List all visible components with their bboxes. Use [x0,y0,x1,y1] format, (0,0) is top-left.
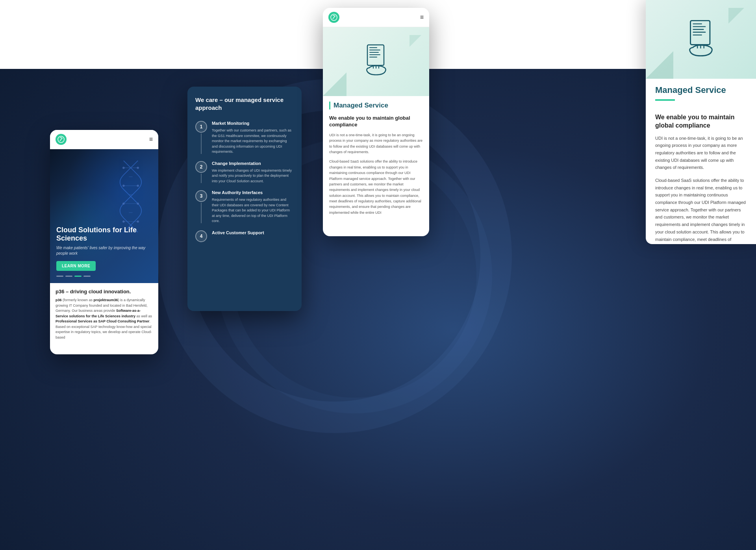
svg-point-8 [122,167,124,169]
step-4: 4 Active Customer Support [195,230,294,242]
svg-rect-19 [369,50,380,50]
phone-right-para-2: Cloud-based SaaS solutions offer the abi… [329,159,423,215]
svg-point-11 [137,185,139,187]
managed-service-label: Managed Service [334,102,423,109]
large-managed-service-icon [683,20,719,59]
step-2-content: Change Implementation We implement chang… [212,161,294,184]
svg-rect-18 [369,47,377,48]
step-3-heading: New Authority Interfaces [212,190,294,195]
phone-right-logo [328,12,339,23]
phone-right-section-heading: We enable you to maintain global complia… [329,115,423,128]
phone-left: ≡ [50,130,158,354]
connector-2 [201,174,202,183]
svg-point-14 [122,220,124,222]
step-4-col: 4 [195,230,207,242]
svg-point-13 [137,202,139,204]
dot-2 [65,276,72,277]
document-hand-icon [361,44,391,79]
step-3: 3 New Authority Interfaces Requirements … [195,190,294,224]
managed-service-label-container: Managed Service [329,102,423,109]
svg-rect-20 [369,52,379,53]
dot-4 [83,276,91,277]
step-1-col: 1 [195,121,207,155]
phone-right-hero [323,27,429,96]
large-triangle-right [728,8,744,24]
step-4-content: Active Customer Support [212,230,264,242]
large-para-1: UDI is not a one-time-task, it is going … [655,135,747,171]
svg-rect-28 [693,26,706,27]
svg-point-9 [137,167,139,169]
step-1-number: 1 [195,121,207,133]
large-right-content: We enable you to maintain global complia… [646,107,756,244]
step-3-number: 3 [195,190,207,202]
step-1-text: Together with our customers and partners… [212,128,294,155]
learn-more-button[interactable]: LEARN MORE [56,261,96,271]
phone-hero-title: Cloud Solutions for Life Sciences [56,226,152,243]
large-para-2: Cloud-based SaaS solutions offer the abi… [655,177,747,244]
step-4-heading: Active Customer Support [212,230,264,235]
phone-left-navbar: ≡ [50,130,158,149]
steps-container: 1 Market Monitoring Together with our cu… [195,121,294,248]
step-2: 2 Change Implementation We implement cha… [195,161,294,184]
phone-content-body: p36 (formerly known as projektraum36) is… [56,298,153,340]
step-2-number: 2 [195,161,207,173]
phone-right-content: We enable you to maintain global complia… [323,109,429,225]
step-2-text: We implement changes of UDI requirements… [212,168,294,184]
triangle-left-decoration [323,72,346,96]
step-1: 1 Market Monitoring Together with our cu… [195,121,294,155]
phone-content-heading: p36 – driving cloud innovation. [56,289,153,294]
large-managed-service-label: Managed Service [646,79,756,99]
phone-hero-subtitle: We make patients' lives safer by improvi… [56,245,152,256]
large-border-line [655,99,675,101]
svg-rect-22 [369,57,377,57]
phone-right-hamburger-icon[interactable]: ≡ [420,14,424,21]
card-title: We care – our managed service approach [195,96,294,111]
carousel-dots [56,276,152,277]
dna-icon [107,157,154,236]
large-section-heading: We enable you to maintain global complia… [655,113,747,130]
step-1-content: Market Monitoring Together with our cust… [212,121,294,155]
svg-rect-21 [369,54,380,55]
large-triangle-left [646,51,673,79]
svg-point-10 [122,185,124,187]
triangle-right-decoration [410,35,421,47]
phone-left-hero-content: Cloud Solutions for Life Sciences We mak… [56,226,152,277]
svg-rect-27 [693,23,702,24]
connector-1 [201,133,202,154]
step-3-col: 3 [195,190,207,224]
connector-3 [201,203,202,223]
phone-left-logo [56,134,67,145]
managed-service-icon [361,44,391,78]
step-3-text: Requirements of new regulatory authoriti… [212,197,294,224]
phone-right: ≡ Managed Service [323,8,429,236]
step-3-content: New Authority Interfaces Requirements of… [212,190,294,224]
step-4-number: 4 [195,230,207,242]
phone-right-para-1: UDI is not a one-time-task, it is going … [329,132,423,155]
step-2-heading: Change Implementation [212,161,294,166]
svg-rect-29 [693,29,704,30]
phone-left-hamburger-icon[interactable]: ≡ [149,136,153,143]
phone-right-navbar: ≡ [323,8,429,27]
step-2-col: 2 [195,161,207,184]
step-1-heading: Market Monitoring [212,121,294,126]
dot-3 [74,276,82,277]
card-center: We care – our managed service approach 1… [187,87,302,311]
svg-point-12 [122,202,124,204]
large-right-header [646,0,756,79]
phone-left-content: p36 – driving cloud innovation. p36 (for… [50,283,158,346]
svg-rect-30 [693,32,706,33]
svg-point-15 [137,220,139,222]
phone-left-hero: Cloud Solutions for Life Sciences We mak… [50,149,158,283]
large-right-panel: Managed Service We enable you to maintai… [646,0,756,244]
svg-rect-31 [693,35,702,35]
dot-1 [56,276,63,277]
